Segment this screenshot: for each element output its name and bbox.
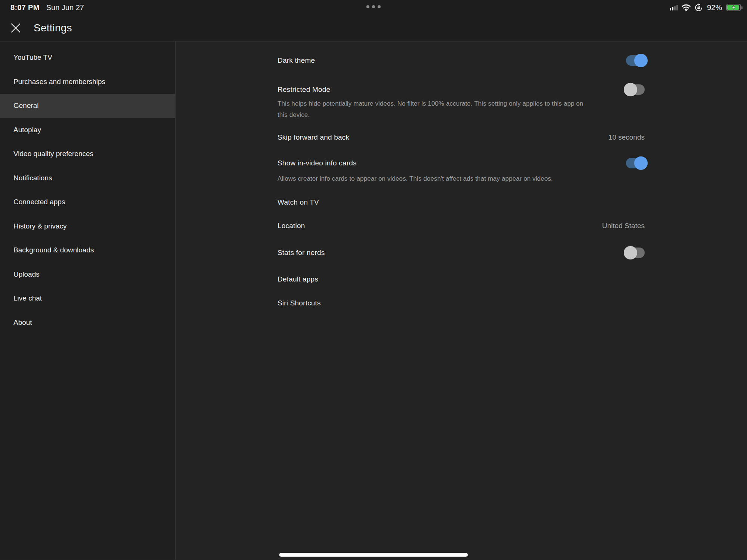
sidebar-item-label: Purchases and memberships	[13, 78, 105, 86]
setting-label: Watch on TV	[278, 198, 319, 206]
battery-percent: 92%	[707, 3, 722, 12]
page-title: Settings	[34, 22, 72, 34]
battery-charging-icon	[726, 4, 741, 11]
sidebar-item-live-chat[interactable]: Live chat	[0, 286, 175, 311]
setting-row-stats-for-nerds[interactable]: Stats for nerds	[278, 245, 645, 260]
sidebar-item-connected-apps[interactable]: Connected apps	[0, 190, 175, 214]
setting-row-skip-forward-back[interactable]: Skip forward and back10 seconds	[278, 130, 645, 145]
setting-label: Location	[278, 222, 305, 230]
setting-row-show-info-cards[interactable]: Show in-video info cards	[278, 156, 645, 171]
sidebar-item-autoplay[interactable]: Autoplay	[0, 118, 175, 142]
setting-row-location[interactable]: LocationUnited States	[278, 218, 645, 233]
setting-label: Show in-video info cards	[278, 159, 357, 167]
location-value: United States	[602, 222, 645, 230]
sidebar-item-history-privacy[interactable]: History & privacy	[0, 214, 175, 239]
setting-label: Dark theme	[278, 56, 315, 65]
setting-label: Stats for nerds	[278, 249, 325, 257]
app-switcher-dots-icon	[366, 5, 381, 8]
status-time: 8:07 PM	[10, 3, 40, 12]
status-bar: 8:07 PM Sun Jun 27 92%	[0, 0, 747, 15]
cellular-signal-icon	[670, 4, 678, 10]
setting-row-restricted-mode[interactable]: Restricted Mode	[278, 82, 645, 97]
settings-sidebar: YouTube TVPurchases and membershipsGener…	[0, 41, 176, 560]
sidebar-item-label: Autoplay	[13, 126, 41, 134]
sidebar-item-youtube-tv[interactable]: YouTube TV	[0, 46, 175, 70]
show-info-cards-toggle[interactable]	[626, 158, 645, 168]
sidebar-item-label: YouTube TV	[13, 53, 52, 62]
sidebar-item-label: Background & downloads	[13, 246, 94, 254]
sidebar-item-label: Uploads	[13, 270, 40, 279]
settings-main-panel: Dark themeRestricted ModeThis helps hide…	[176, 41, 747, 560]
setting-row-default-apps[interactable]: Default apps	[278, 272, 645, 287]
toggle-knob	[634, 156, 648, 170]
setting-label: Siri Shortcuts	[278, 299, 321, 307]
sidebar-item-label: About	[13, 318, 32, 327]
restricted-mode-description: This helps hide potentially mature video…	[278, 98, 595, 121]
sidebar-item-purchases-and-memberships[interactable]: Purchases and memberships	[0, 70, 175, 94]
toggle-knob	[624, 246, 637, 259]
setting-label: Skip forward and back	[278, 133, 349, 141]
sidebar-item-label: Live chat	[13, 294, 42, 302]
sidebar-item-about[interactable]: About	[0, 311, 175, 335]
sidebar-item-uploads[interactable]: Uploads	[0, 262, 175, 287]
wifi-icon	[681, 4, 691, 11]
stats-for-nerds-toggle[interactable]	[626, 248, 645, 258]
sidebar-item-label: Connected apps	[13, 198, 65, 206]
sidebar-item-video-quality-preferences[interactable]: Video quality preferences	[0, 142, 175, 166]
setting-label: Default apps	[278, 275, 318, 283]
sidebar-item-label: History & privacy	[13, 222, 67, 230]
rotation-lock-icon	[694, 3, 703, 12]
sidebar-item-label: General	[13, 102, 39, 110]
dark-theme-toggle[interactable]	[626, 55, 645, 66]
sidebar-item-label: Video quality preferences	[13, 150, 93, 158]
sidebar-item-notifications[interactable]: Notifications	[0, 166, 175, 190]
show-info-cards-description: Allows creator info cards to appear on v…	[278, 173, 553, 184]
sidebar-item-label: Notifications	[13, 174, 52, 182]
setting-label: Restricted Mode	[278, 85, 330, 94]
home-indicator[interactable]	[279, 553, 468, 557]
status-date: Sun Jun 27	[46, 3, 84, 12]
setting-row-dark-theme[interactable]: Dark theme	[278, 53, 645, 68]
close-icon[interactable]	[9, 21, 22, 35]
toggle-knob	[624, 83, 637, 96]
setting-row-siri-shortcuts[interactable]: Siri Shortcuts	[278, 296, 645, 311]
setting-row-watch-on-tv[interactable]: Watch on TV	[278, 195, 645, 210]
toggle-knob	[634, 54, 648, 67]
sidebar-item-background-downloads[interactable]: Background & downloads	[0, 238, 175, 262]
settings-header: Settings	[0, 15, 747, 41]
skip-forward-back-value: 10 seconds	[608, 133, 645, 141]
restricted-mode-toggle[interactable]	[626, 84, 645, 95]
sidebar-item-general[interactable]: General	[0, 94, 175, 118]
